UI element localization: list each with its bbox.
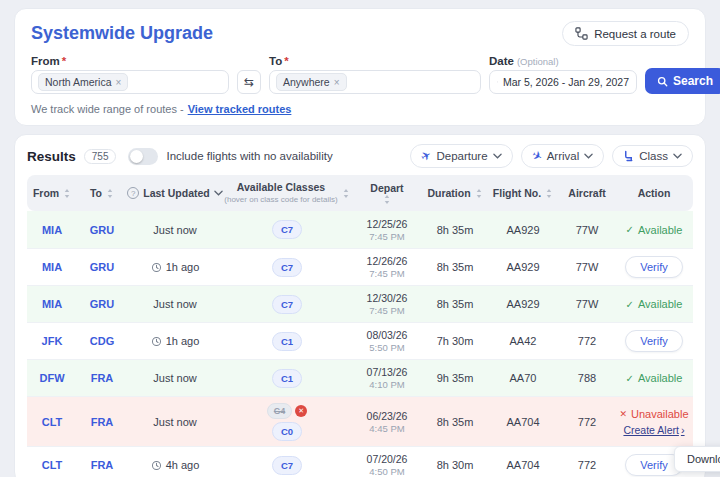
plane-takeoff-icon: ✈ — [419, 147, 434, 164]
date-range-value: Mar 5, 2026 - Jan 29, 2027 — [503, 76, 629, 88]
table-row: MIAGRUJust nowC712/30/267:45 PM8h 35mAA9… — [27, 285, 693, 322]
last-updated: 1h ago — [127, 335, 223, 347]
column-header-available-classes[interactable]: Available Classes (hover on class code f… — [223, 181, 351, 204]
column-header-depart[interactable]: Depart — [351, 182, 423, 205]
chevron-down-icon — [673, 153, 682, 159]
origin-code[interactable]: DFW — [39, 372, 64, 384]
last-updated: Just now — [127, 224, 223, 236]
search-button[interactable]: Search — [645, 68, 720, 94]
available-classes: C7 — [223, 220, 351, 239]
class-chip[interactable]: C7 — [272, 295, 302, 314]
flight-no: AA929 — [487, 298, 559, 310]
destination-code[interactable]: FRA — [91, 372, 114, 384]
class-filter-dropdown[interactable]: Class — [612, 145, 693, 167]
sort-icon — [63, 188, 71, 199]
verify-button[interactable]: Verify — [625, 256, 683, 278]
flight-no: AA42 — [487, 335, 559, 347]
action-cell: Verify — [615, 256, 693, 278]
arrival-filter-dropdown[interactable]: ✈ Arrival — [521, 144, 605, 168]
flight-no: AA70 — [487, 372, 559, 384]
help-icon[interactable]: ? — [127, 187, 139, 199]
chevron-right-icon: › — [681, 424, 685, 436]
include-no-availability-toggle[interactable] — [128, 148, 158, 165]
depart: 08/03/265:50 PM — [351, 329, 423, 353]
request-a-route-label: Request a route — [594, 28, 676, 40]
origin-code[interactable]: CLT — [42, 459, 63, 471]
search-panel: Systemwide Upgrade Request a route From*… — [14, 8, 706, 126]
action-cell: Verify — [615, 330, 693, 352]
chip-remove-icon[interactable]: × — [334, 77, 340, 88]
to-input[interactable]: Anywhere × — [269, 70, 481, 94]
results-panel: Results 755 Include flights with no avai… — [14, 134, 706, 477]
results-label: Results — [27, 149, 76, 164]
verify-button[interactable]: Verify — [625, 330, 683, 352]
depart: 06/23/264:45 PM — [351, 410, 423, 434]
class-chip-unavailable[interactable]: G4 — [267, 403, 292, 419]
depart-date: 08/03/26 — [367, 329, 408, 341]
to-label: To* — [269, 55, 481, 67]
swap-from-to-button[interactable]: ⇆ — [237, 70, 261, 94]
destination-code[interactable]: FRA — [91, 459, 114, 471]
available-status: ✓Available — [626, 372, 683, 384]
destination-code[interactable]: GRU — [90, 261, 114, 273]
from-input[interactable]: North America × — [31, 70, 229, 94]
depart-date: 12/26/26 — [367, 255, 408, 267]
class-chip[interactable]: C0 — [272, 422, 302, 441]
column-header-last-updated[interactable]: ? Last Updated — [127, 187, 223, 199]
column-header-flight-no[interactable]: Flight No. — [487, 187, 559, 199]
flight-no: AA929 — [487, 261, 559, 273]
column-header-from[interactable]: From — [27, 187, 77, 199]
last-updated: 1h ago — [127, 261, 223, 273]
available-classes: C7 — [223, 456, 351, 475]
depart: 12/30/267:45 PM — [351, 292, 423, 316]
check-icon: ✓ — [626, 373, 634, 384]
table-row: MIAGRUJust nowC712/25/267:45 PM8h 35mAA9… — [27, 211, 693, 248]
class-chip[interactable]: C1 — [272, 332, 302, 351]
column-header-duration[interactable]: Duration — [423, 187, 487, 199]
aircraft: 77W — [559, 224, 615, 236]
destination-code[interactable]: FRA — [91, 416, 114, 428]
class-chip[interactable]: C7 — [272, 220, 302, 239]
check-icon: ✓ — [626, 299, 634, 310]
toggle-label: Include flights with no availability — [166, 150, 332, 162]
date-range-input[interactable]: Mar 5, 2026 - Jan 29, 2027 — [489, 70, 637, 94]
aircraft: 772 — [559, 335, 615, 347]
class-chip[interactable]: C7 — [272, 258, 302, 277]
class-chip[interactable]: C1 — [272, 369, 302, 388]
required-marker: * — [284, 55, 288, 67]
origin-code[interactable]: MIA — [42, 224, 62, 236]
origin-code[interactable]: JFK — [42, 335, 63, 347]
required-marker: * — [62, 55, 66, 67]
duration: 8h 30m — [423, 459, 487, 471]
table-body: MIAGRUJust nowC712/25/267:45 PM8h 35mAA9… — [27, 211, 693, 477]
duration: 7h 30m — [423, 335, 487, 347]
depart-time: 4:50 PM — [369, 466, 404, 477]
class-chip[interactable]: C7 — [272, 456, 302, 475]
departure-filter-dropdown[interactable]: ✈ Departure — [410, 144, 512, 168]
table-header-row: From To ? Last Updated Available Classes… — [27, 175, 693, 211]
available-classes-hint: (hover on class code for details) — [224, 195, 337, 205]
request-a-route-button[interactable]: Request a route — [562, 21, 689, 46]
create-alert-link[interactable]: Create Alert› — [623, 424, 684, 436]
view-tracked-routes-link[interactable]: View tracked routes — [188, 103, 292, 115]
sort-icon — [106, 188, 114, 199]
available-classes: C1 — [223, 332, 351, 351]
duration: 8h 35m — [423, 261, 487, 273]
destination-code[interactable]: CDG — [90, 335, 114, 347]
unavailable-class-badge-icon: ✕ — [295, 405, 307, 417]
destination-code[interactable]: GRU — [90, 224, 114, 236]
aircraft: 772 — [559, 416, 615, 428]
to-chip: Anywhere × — [276, 73, 347, 91]
origin-code[interactable]: MIA — [42, 298, 62, 310]
table-row: CLTFRA4h agoC707/20/264:50 PM8h 30mAA704… — [27, 446, 693, 477]
column-header-to[interactable]: To — [77, 187, 127, 199]
origin-code[interactable]: CLT — [42, 416, 63, 428]
depart-date: 07/13/26 — [367, 366, 408, 378]
origin-code[interactable]: MIA — [42, 261, 62, 273]
chip-remove-icon[interactable]: × — [116, 77, 122, 88]
duration: 8h 35m — [423, 298, 487, 310]
last-updated: Just now — [127, 416, 223, 428]
destination-code[interactable]: GRU — [90, 298, 114, 310]
sort-icon — [475, 188, 483, 199]
download-button[interactable]: Download — [674, 446, 720, 472]
